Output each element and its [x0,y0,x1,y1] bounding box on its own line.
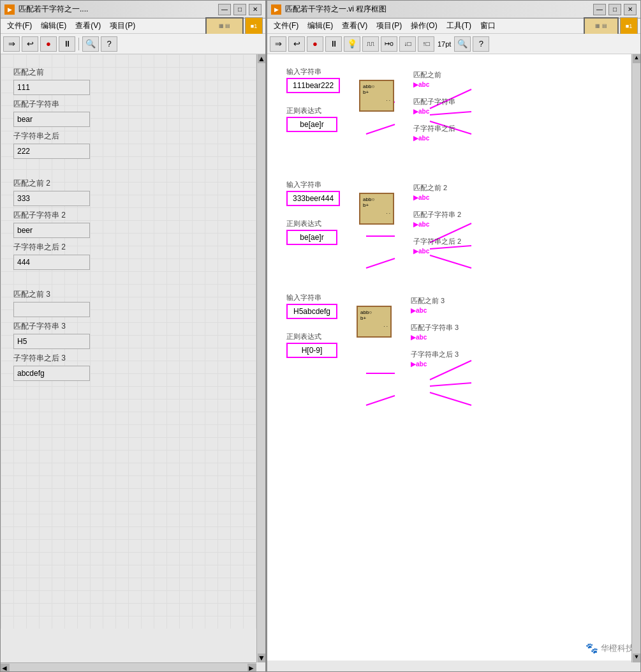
menu-edit-left[interactable]: 编辑(E) [37,19,70,33]
pt-label: 17pt [436,40,452,48]
right-minimize-button[interactable]: — [593,4,606,15]
scroll-left-btn[interactable]: ◄ [1,664,10,671]
field-match-2: beer [13,223,90,238]
regex-label-1: 正则表达式 [286,106,340,116]
menu-view-right[interactable]: 查看(V) [338,19,371,33]
left-title-bar: 匹配若干字符之一.... — □ ✕ [1,1,265,19]
run-button-left[interactable]: ⇒ [3,36,20,52]
regex-box-2[interactable]: be[ae]r [286,230,337,245]
field-match-1: bear [13,112,90,127]
menu-window-right[interactable]: 窗口 [476,19,499,33]
input-str-label-1: 输入字符串 [286,67,340,77]
arrow-icon-3a: ▶abc [411,307,427,314]
field-before-2: 333 [13,191,90,206]
section-1: 输入字符串 111bear222 正则表达式 be[ae]r abb○ [286,67,621,142]
probe-button[interactable]: ⎍⎍ [362,36,379,52]
minimize-button[interactable]: — [218,4,231,15]
field-after-3: abcdefg [13,366,90,381]
left-toolbar: ⇒ ↩ ● ⏸ 🔍 ? [1,34,265,54]
left-hscrollbar[interactable]: ◄ ► [1,662,256,671]
stop-button-right[interactable]: ● [307,36,323,52]
search-button-right[interactable]: 🔍 [454,36,471,52]
watermark: 🐾 华橙科技 [586,642,634,654]
search-button-left[interactable]: 🔍 [82,36,99,52]
undo-button-left[interactable]: ↩ [22,36,38,52]
field-after-1: 222 [13,144,90,159]
right-close-button[interactable]: ✕ [624,4,637,15]
label-match-3: 匹配子字符串 3 [13,321,253,332]
out-before-label-3: 匹配之前 3 [411,296,459,306]
outputs-col-1: 匹配之前 ▶abc 匹配子字符串 ▶abc [413,70,455,142]
stop-button-left[interactable]: ● [40,36,57,52]
menu-edit-right[interactable]: 编辑(E) [304,19,337,33]
menu-view-left[interactable]: 查看(V) [71,19,105,33]
right-content-area[interactable]: 输入字符串 111bear222 正则表达式 be[ae]r abb○ [267,54,640,671]
scroll-down-btn[interactable]: ▼ [258,653,265,662]
step-over[interactable]: ↦o [381,36,397,52]
pause-button-left[interactable]: ⏸ [59,36,75,52]
right-maximize-button[interactable]: □ [608,4,621,15]
run-button-right[interactable]: ⇒ [270,36,286,52]
help-button-right[interactable]: ? [473,36,489,52]
scroll-right-btn[interactable]: ► [247,664,256,671]
left-window-title: 匹配若干字符之一.... [18,4,88,15]
arrow-icon-3c: ▶abc [411,361,427,368]
step-out[interactable]: ↑□ [418,36,434,52]
menu-project-left[interactable]: 项目(P) [106,19,139,33]
help-button-left[interactable]: ? [101,36,117,52]
vi-indicator-left: ■1 [245,17,263,35]
right-vscrollbar[interactable]: ▲ ▼ [631,54,640,662]
regex-label-2: 正则表达式 [286,219,340,228]
toolbar-image-box-left: ▦ ▤ [205,17,244,35]
undo-button-right[interactable]: ↩ [288,36,305,52]
right-scroll-up[interactable]: ▲ [633,54,640,63]
match-func-2: abb○ b+ · · [359,193,394,225]
regex-box-1[interactable]: be[ae]r [286,117,337,132]
left-window-icon [4,4,15,15]
right-title-controls[interactable]: — □ ✕ [593,4,637,15]
right-menu-bar: 文件(F) 编辑(E) 查看(V) 项目(P) 操作(O) 工具(T) 窗口 ▦… [267,19,640,34]
field-before-3 [13,302,90,317]
scroll-up-btn[interactable]: ▲ [258,54,265,63]
menu-operate-right[interactable]: 操作(O) [407,19,441,33]
arrow-icon-2c: ▶abc [413,248,429,255]
menu-file-left[interactable]: 文件(F) [3,19,36,33]
left-vscrollbar[interactable]: ▲ ▼ [256,54,265,662]
close-button[interactable]: ✕ [249,4,262,15]
input-str-box-2[interactable]: 333beer444 [286,191,340,206]
maximize-button[interactable]: □ [233,4,246,15]
inputs-col-1: 输入字符串 111bear222 正则表达式 be[ae]r [286,67,340,132]
input-str-box-3[interactable]: H5abcdefg [286,304,337,319]
step-in[interactable]: ↓□ [399,36,416,52]
right-scroll-down[interactable]: ▼ [633,653,640,662]
arrow-icon-2a: ▶abc [413,194,429,201]
label-match-2: 匹配子字符串 2 [13,210,253,221]
field-match-3: H5 [13,334,90,349]
pause-button-right[interactable]: ⏸ [325,36,342,52]
label-before-3: 匹配之前 3 [13,289,253,300]
left-title-controls[interactable]: — □ ✕ [218,4,262,15]
input-str-label-2: 输入字符串 [286,180,340,190]
svg-line-9 [430,255,471,268]
input-str-box-1[interactable]: 111bear222 [286,78,340,93]
light-button[interactable]: 💡 [344,36,360,52]
label-after-3: 子字符串之后 3 [13,353,253,364]
left-content-area[interactable]: 匹配之前 111 匹配子字符串 bear 子字符串之后 222 匹配之前 2 3… [1,54,265,671]
regex-box-3[interactable]: H[0-9] [286,343,337,358]
watermark-text: 华橙科技 [601,643,634,654]
output-group-3: 匹配之前 3 匹配子字符串 3 H5 子字符串之后 3 abcdefg [13,289,253,381]
menu-file-right[interactable]: 文件(F) [270,19,302,33]
regex-label-3: 正则表达式 [286,332,337,341]
section-2: 输入字符串 333beer444 正则表达式 be[ae]r abb○ [286,180,621,255]
menu-project-right[interactable]: 项目(P) [372,19,406,33]
toolbar-image-box-right: ▦ ▤ [584,17,619,35]
input-str-label-3: 输入字符串 [286,293,337,302]
func-node-3: abb○ b+ · · [357,306,392,338]
right-window-title: 匹配若干字符之一.vi 程序框图 [285,4,387,15]
menu-tools-right[interactable]: 工具(T) [443,19,475,33]
right-title-bar: 匹配若干字符之一.vi 程序框图 — □ ✕ [267,1,640,19]
arrow-icon-1c: ▶abc [413,135,429,142]
inputs-col-2: 输入字符串 333beer444 正则表达式 be[ae]r [286,180,340,245]
match-func-1: abb○ b+ · · [359,80,394,112]
vi-indicator-right: ■1 [620,17,638,35]
